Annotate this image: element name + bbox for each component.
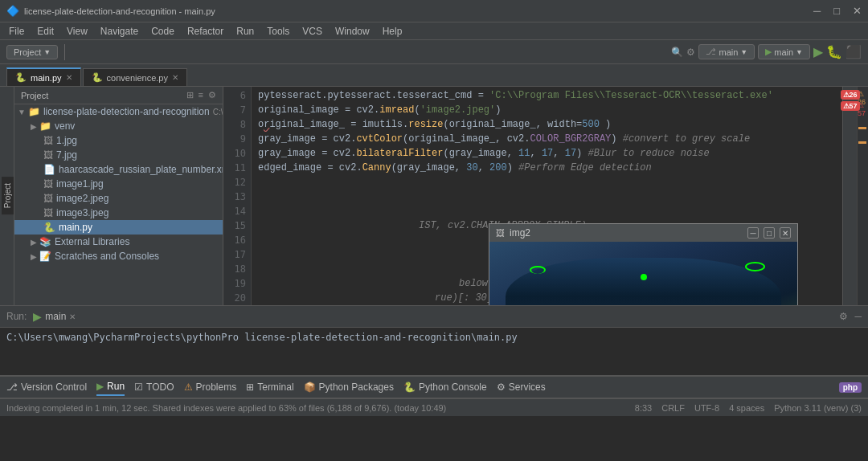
project-selector[interactable]: Project ▼ bbox=[6, 45, 58, 59]
tree-external-libs[interactable]: ▶ 📚 External Libraries bbox=[14, 235, 223, 249]
tree-image2[interactable]: 🖼 image2.jpeg bbox=[14, 191, 223, 206]
code-line-9: gray_image = cv2.cvtColor(original_image… bbox=[258, 132, 862, 146]
sidebar-icon-3[interactable]: ⚙ bbox=[208, 90, 216, 100]
root-path: C:\Users\m... bbox=[213, 108, 223, 116]
vertical-tab-strip: Project Bookmarks Structure bbox=[0, 87, 14, 305]
tree-image3[interactable]: 🖼 image3.jpeg bbox=[14, 206, 223, 220]
tab-main-py[interactable]: 🐍 main.py ✕ bbox=[6, 67, 81, 86]
file-icon-img1: 🖼 bbox=[43, 178, 53, 190]
menu-edit[interactable]: Edit bbox=[31, 24, 59, 39]
file-icon-7jpg: 🖼 bbox=[43, 149, 53, 161]
run-tab-close[interactable]: ✕ bbox=[69, 312, 76, 321]
code-line-13 bbox=[258, 190, 862, 204]
bottom-tab-run[interactable]: ▶ Run bbox=[96, 378, 125, 396]
menu-vcs[interactable]: VCS bbox=[297, 24, 328, 39]
warning-mark-1 bbox=[858, 127, 866, 129]
bottom-tab-services[interactable]: ⚙ Services bbox=[497, 379, 546, 395]
branch-label: main bbox=[719, 47, 738, 57]
todo-label: TODO bbox=[146, 381, 174, 393]
close-btn[interactable]: ✕ bbox=[853, 5, 862, 17]
menu-code[interactable]: Code bbox=[145, 24, 180, 39]
run-settings-icon[interactable]: ⚙ bbox=[839, 311, 848, 322]
ext-label: External Libraries bbox=[55, 236, 129, 247]
tree-image1[interactable]: 🖼 image1.jpg bbox=[14, 177, 223, 191]
tree-haar[interactable]: 📄 haarcascade_russian_plate_number.xml bbox=[14, 162, 223, 177]
menu-window[interactable]: Window bbox=[330, 24, 375, 39]
python-version: Python 3.11 (venv) (3) bbox=[774, 403, 862, 413]
python-console-icon: 🐍 bbox=[403, 381, 416, 393]
code-line-7: original_image = cv2.imread('image2.jpeg… bbox=[258, 103, 862, 117]
bottom-tab-python-console[interactable]: 🐍 Python Console bbox=[403, 379, 487, 395]
code-line-8: original_image_ = imutils.resize(origina… bbox=[258, 117, 862, 132]
tree-mainpy[interactable]: 🐍 main.py bbox=[14, 220, 223, 235]
ext-icon: 📚 bbox=[39, 236, 51, 247]
terminal-icon: ⊞ bbox=[246, 381, 254, 393]
tab-main-close[interactable]: ✕ bbox=[66, 73, 72, 82]
sidebar-icon-2[interactable]: ≡ bbox=[199, 90, 203, 100]
debug-btn[interactable]: 🐛 bbox=[826, 44, 842, 59]
bottom-tab-todo[interactable]: ☑ TODO bbox=[134, 379, 174, 395]
bottom-tab-vcs[interactable]: ⎇ Version Control bbox=[6, 379, 87, 395]
tree-7jpg[interactable]: 🖼 7.jpg bbox=[14, 148, 223, 162]
git-branch-selector[interactable]: ⎇ main ▼ bbox=[698, 44, 755, 59]
services-label: Services bbox=[509, 381, 546, 393]
stop-btn[interactable]: ⬛ bbox=[845, 44, 862, 59]
maximize-btn[interactable]: □ bbox=[833, 5, 840, 17]
popup-icon: 🖼 bbox=[496, 228, 505, 238]
popup-minimize-btn[interactable]: ─ bbox=[747, 227, 759, 239]
sidebar-icons: ⊞ ≡ ⚙ bbox=[186, 90, 216, 100]
popup-maximize-btn[interactable]: □ bbox=[764, 227, 775, 239]
tree-venv[interactable]: ▶ 📁 venv bbox=[14, 119, 223, 133]
tab-convenience-close[interactable]: ✕ bbox=[172, 73, 178, 82]
bottom-tab-problems[interactable]: ⚠ Problems bbox=[184, 379, 237, 395]
code-line-6: pytesseract.pytesseract.tesseract_cmd = … bbox=[258, 88, 862, 103]
popup-close-btn[interactable]: ✕ bbox=[780, 227, 791, 239]
run-tab-label[interactable]: main bbox=[45, 311, 66, 322]
vtab-project[interactable]: Project bbox=[2, 177, 14, 214]
error-count-badge[interactable]: ⚠57 bbox=[841, 101, 860, 111]
file-icon: 🖼 bbox=[43, 135, 53, 146]
tree-root[interactable]: ▼ 📁 license-plate-detection-and-recognit… bbox=[14, 104, 223, 119]
menu-navigate[interactable]: Navigate bbox=[95, 24, 144, 39]
menu-run[interactable]: Run bbox=[231, 24, 260, 39]
1jpg-label: 1.jpg bbox=[56, 135, 77, 146]
tree-scratches[interactable]: ▶ 📝 Scratches and Consoles bbox=[14, 249, 223, 263]
tab-convenience-py[interactable]: 🐍 convenience.py ✕ bbox=[83, 68, 187, 86]
run-panel-close[interactable]: ─ bbox=[854, 311, 862, 322]
tab-convenience-label: convenience.py bbox=[107, 73, 168, 83]
notifications-panel: ⚠26 ⚠57 bbox=[842, 87, 857, 305]
vtab-bookmarks[interactable]: Bookmarks bbox=[0, 169, 2, 222]
7jpg-label: 7.jpg bbox=[56, 149, 77, 161]
line-numbers: 6 7 8 9 10 11 12 13 14 15 16 17 18 19 20 bbox=[223, 87, 252, 305]
run-config-selector[interactable]: ▶ main ▼ bbox=[758, 44, 810, 59]
toolbar-separator bbox=[64, 44, 65, 60]
code-editor[interactable]: 6 7 8 9 10 11 12 13 14 15 16 17 18 19 20 bbox=[223, 87, 868, 305]
settings-icon[interactable]: ⚙ bbox=[686, 47, 695, 58]
run-label-bottom: Run bbox=[107, 381, 125, 392]
run-config-label: main bbox=[774, 47, 793, 57]
menu-help[interactable]: Help bbox=[377, 24, 408, 39]
menu-tools[interactable]: Tools bbox=[261, 24, 295, 39]
warning-mark-2 bbox=[858, 141, 866, 144]
run-btn[interactable]: ▶ bbox=[813, 44, 823, 59]
search-icon[interactable]: 🔍 bbox=[671, 47, 683, 58]
line-ending: CRLF bbox=[661, 403, 685, 413]
venv-label: venv bbox=[55, 120, 75, 132]
run-controls: ▶ main ✕ bbox=[33, 310, 76, 323]
warning-count-badge[interactable]: ⚠26 bbox=[841, 90, 860, 100]
cursor-position: 8:33 bbox=[635, 403, 652, 413]
run-start-btn[interactable]: ▶ bbox=[33, 310, 42, 323]
code-line-12 bbox=[258, 175, 862, 190]
python-console-label: Python Console bbox=[419, 381, 487, 393]
warning-stripe: ⚠ 26 ⚠ 57 bbox=[857, 87, 868, 305]
mainpy-label: main.py bbox=[59, 222, 92, 233]
minimize-btn[interactable]: ─ bbox=[813, 5, 821, 17]
sidebar-icon-1[interactable]: ⊞ bbox=[186, 90, 194, 100]
menu-file[interactable]: File bbox=[3, 24, 30, 39]
bottom-tab-terminal[interactable]: ⊞ Terminal bbox=[246, 379, 293, 395]
bottom-tab-packages[interactable]: 📦 Python Packages bbox=[304, 379, 394, 395]
tree-1jpg[interactable]: 🖼 1.jpg bbox=[14, 133, 223, 148]
run-config-arrow-icon: ▼ bbox=[796, 48, 803, 56]
menu-view[interactable]: View bbox=[61, 24, 93, 39]
menu-refactor[interactable]: Refactor bbox=[182, 24, 229, 39]
